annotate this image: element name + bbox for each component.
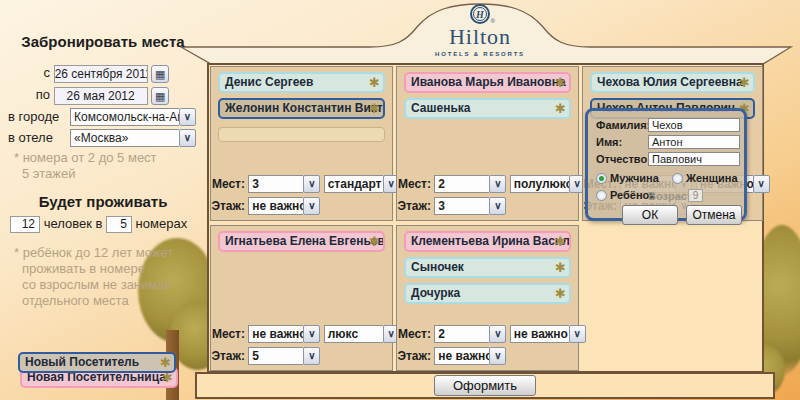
seats-select[interactable]: 2∨ [434, 325, 506, 343]
gear-icon[interactable]: ✱ [160, 354, 171, 371]
seats-label: Мест: [211, 177, 245, 191]
bottom-bar: Оформить заявку [195, 372, 775, 399]
chevron-down-icon: ∨ [489, 175, 506, 193]
child-radio[interactable]: Ребёнок [596, 189, 655, 201]
patronymic-label: Отчество: [596, 153, 651, 165]
rooms-label: номерах [136, 216, 188, 231]
hilton-emblem-icon: H ® [470, 4, 490, 24]
floor-select[interactable]: 5∨ [248, 347, 320, 365]
registered-mark: ® [491, 18, 495, 24]
guest-chip[interactable]: Чехова Юлия Сергеевна ✱ [590, 72, 755, 93]
guest-editor-dialog: Фамилия: Чехов Имя: Антон Отчество: Павл… [585, 108, 747, 221]
lastname-label: Фамилия: [596, 119, 650, 131]
guest-chip[interactable]: Клементьева Ирина Васильевна ✱ [404, 231, 571, 252]
roomtype-select[interactable]: не важно∨ [510, 325, 586, 343]
floor-label: Этаж: [397, 349, 431, 363]
chevron-down-icon: ∨ [569, 325, 586, 343]
calendar-button-from[interactable]: ▦ [151, 65, 169, 83]
chevron-down-icon: ∨ [489, 347, 506, 365]
chevron-down-icon: ∨ [303, 197, 320, 215]
submit-button[interactable]: Оформить заявку [434, 375, 536, 396]
hotel-label: в отеле [8, 130, 53, 145]
floor-select[interactable]: не важно∨ [434, 347, 506, 365]
radio-icon [596, 190, 607, 201]
seats-label: Мест: [211, 327, 245, 341]
lastname-input[interactable]: Чехов [648, 118, 740, 132]
gear-icon[interactable]: ✱ [555, 74, 566, 91]
chevron-down-icon: ∨ [303, 175, 320, 193]
age-input[interactable]: 9 [688, 189, 703, 202]
date-to-label: по [0, 87, 50, 102]
gear-icon[interactable]: ✱ [739, 74, 750, 91]
occupancy-title: Будет проживать [0, 193, 206, 210]
ok-button[interactable]: ОК [622, 205, 678, 225]
hotel-select[interactable]: «Москва»∨ [70, 129, 196, 147]
city-select[interactable]: Комсомольск-на-Амуре∨ [70, 108, 196, 126]
hotel-note: * номера от 2 до 5 мест 5 этажей [14, 150, 157, 182]
seats-select[interactable]: 3∨ [248, 175, 320, 193]
firstname-label: Имя: [596, 136, 622, 148]
radio-icon [672, 173, 683, 184]
room-card-1: Денис Сергеев ✱ Желонин Константин Викто… [210, 66, 393, 221]
floor-select[interactable]: не важно∨ [248, 197, 320, 215]
hilton-logo: H ® Hilton HOTELS & RESORTS [380, 4, 580, 57]
room-card-2: Иванова Марья Ивановна ✱ Сашенька ✱ Мест… [396, 66, 579, 221]
gear-icon[interactable]: ✱ [555, 100, 566, 117]
date-to-input[interactable]: 26 мая 2012 [54, 87, 148, 105]
chevron-down-icon: ∨ [753, 175, 770, 193]
people-label: человек в [44, 216, 103, 231]
guest-chip[interactable]: Игнатьева Елена Евгеньевна ✱ [218, 231, 385, 252]
gear-icon[interactable]: ✱ [369, 74, 380, 91]
rooms-count-input[interactable]: 5 [106, 216, 132, 233]
seats-select[interactable]: 2∨ [434, 175, 506, 193]
roomtype-select[interactable]: полулюкс∨ [510, 175, 586, 193]
floor-label: Этаж: [397, 199, 431, 213]
roomtype-select[interactable]: люкс∨ [324, 325, 400, 343]
calendar-button-to[interactable]: ▦ [151, 87, 169, 105]
brand-tagline: HOTELS & RESORTS [380, 51, 580, 57]
floor-label: Этаж: [211, 349, 245, 363]
gear-icon[interactable]: ✱ [555, 285, 566, 302]
guest-chip[interactable]: Дочурка ✱ [404, 283, 571, 304]
gear-icon[interactable]: ✱ [369, 233, 380, 250]
hilton-monogram: H [473, 7, 487, 21]
firstname-input[interactable]: Антон [648, 135, 740, 149]
radio-checked-icon [596, 173, 607, 184]
seats-label: Мест: [397, 177, 431, 191]
roomtype-select[interactable]: стандарт∨ [324, 175, 400, 193]
guest-chip-selected[interactable]: Желонин Константин Викторович ✱ [218, 98, 385, 119]
city-label: в городе [8, 109, 59, 124]
child-note: * ребёнок до 12 лет может проживать в но… [14, 245, 173, 309]
floor-select[interactable]: 3∨ [434, 197, 506, 215]
male-radio[interactable]: Мужчина [596, 172, 659, 184]
new-visitor-male-chip[interactable]: Новый Посетитель ✱ [18, 352, 176, 373]
chevron-down-icon: ∨ [303, 347, 320, 365]
date-from-input[interactable]: 26 сентября 2011 [54, 65, 148, 83]
guest-chip[interactable]: Сыночек ✱ [404, 257, 571, 278]
gear-icon[interactable]: ✱ [369, 100, 380, 117]
calendar-icon: ▦ [155, 68, 165, 80]
chevron-down-icon: ∨ [489, 197, 506, 215]
chevron-down-icon: ∨ [179, 108, 196, 126]
guest-chip[interactable]: Иванова Марья Ивановна ✱ [404, 72, 571, 93]
empty-guest-slot[interactable] [218, 127, 385, 142]
seats-label: Мест: [397, 327, 431, 341]
chevron-down-icon: ∨ [489, 325, 506, 343]
gear-icon[interactable]: ✱ [555, 259, 566, 276]
guest-chip[interactable]: Сашенька ✱ [404, 98, 571, 119]
brand-name: Hilton [380, 25, 580, 49]
room-card-4: Игнатьева Елена Евгеньевна ✱ Мест: не ва… [210, 225, 393, 371]
date-from-label: с [0, 65, 50, 80]
floor-label: Этаж: [211, 199, 245, 213]
booking-title: Забронировать места [0, 33, 206, 50]
cancel-button[interactable]: Отмена [686, 205, 742, 225]
gear-icon[interactable]: ✱ [555, 233, 566, 250]
guest-chip[interactable]: Денис Сергеев ✱ [218, 72, 385, 93]
chevron-down-icon: ∨ [179, 129, 196, 147]
chevron-down-icon: ∨ [303, 325, 320, 343]
room-card-5: Клементьева Ирина Васильевна ✱ Сыночек ✱… [396, 225, 579, 371]
patronymic-input[interactable]: Павлович [648, 152, 740, 166]
seats-select[interactable]: не важно∨ [248, 325, 320, 343]
female-radio[interactable]: Женщина [672, 172, 738, 184]
people-count-input[interactable]: 12 [10, 216, 40, 233]
